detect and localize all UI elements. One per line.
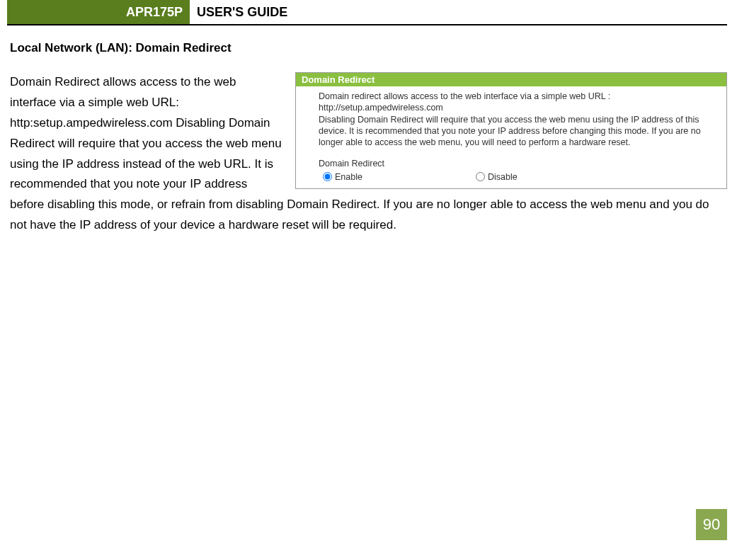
enable-radio[interactable] [323,172,332,181]
page-number: 90 [696,509,727,540]
panel-title-bar: Domain Redirect [296,73,726,86]
model-tag: APR175P [7,0,190,24]
page-content: Local Network (LAN): Domain Redirect Dom… [0,25,737,236]
disable-label: Disable [488,171,518,183]
panel-desc-line-2: http://setup.ampedwireless.com [319,102,719,113]
panel-desc-line-3: Disabling Domain Redirect will require t… [319,114,719,149]
domain-redirect-panel: Domain Redirect Domain redirect allows a… [295,72,727,189]
panel-body: Domain redirect allows access to the web… [296,86,726,188]
panel-desc-line-1: Domain redirect allows access to the web… [319,91,719,102]
disable-radio[interactable] [476,172,485,181]
enable-label: Enable [335,171,362,183]
guide-title: USER'S GUIDE [190,0,287,24]
radio-row: Enable Disable [323,171,719,183]
section-heading: Local Network (LAN): Domain Redirect [10,41,727,55]
page-header: APR175P USER'S GUIDE [7,0,727,25]
panel-section-label: Domain Redirect [319,158,719,169]
